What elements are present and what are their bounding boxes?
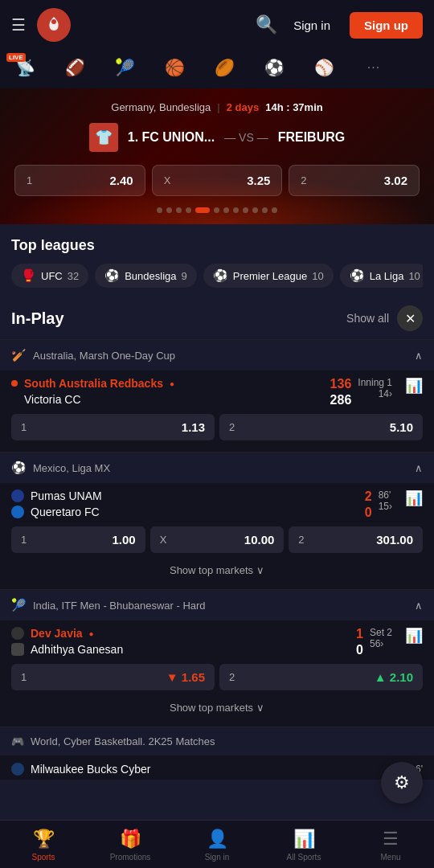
- inplay-close-btn[interactable]: ✕: [397, 305, 423, 331]
- nav-football[interactable]: 🏈: [50, 55, 100, 80]
- tennis-odd-1[interactable]: 1 ▼ 1.65: [11, 664, 215, 690]
- menu-icon[interactable]: ☰: [11, 15, 26, 35]
- tennis-scores: 1 0: [356, 627, 363, 657]
- nav-signin[interactable]: 👤 Sign in: [174, 821, 260, 868]
- laliga-label: La Liga: [370, 270, 404, 282]
- tennis-india-teams: Dev Javia ● Adhithya Ganesan 1 0 Set 2 5…: [11, 627, 423, 657]
- chart-icon[interactable]: 📊: [405, 377, 423, 395]
- team1-shirt: 👕: [89, 123, 118, 152]
- league-premier[interactable]: ⚽ Premier League 10: [203, 264, 334, 288]
- nav-live[interactable]: LIVE 📡: [0, 55, 50, 80]
- signup-button[interactable]: Sign up: [350, 12, 423, 39]
- tennis-chart-icon[interactable]: 📊: [405, 627, 423, 645]
- ufc-label: UFC: [41, 270, 63, 282]
- cyber-icon: 🎮: [11, 735, 24, 747]
- nav-tennis[interactable]: 🎾: [100, 55, 149, 80]
- cricket-score-area: 136 286 Inning 1 14› 📊: [330, 377, 423, 407]
- cricket-inning-info: Inning 1 14›: [358, 377, 392, 399]
- hero-team1: 1. FC UNION...: [128, 130, 215, 145]
- tennis-india-group: 🎾 India, ITF Men - Bhubaneswar - Hard ∧ …: [0, 589, 434, 727]
- svg-point-1: [51, 19, 56, 24]
- more-icon: ···: [362, 56, 385, 79]
- premier-count: 10: [312, 270, 323, 282]
- nav-soccer[interactable]: ⚽: [249, 55, 299, 80]
- tennis-icon: 🎾: [113, 56, 136, 79]
- soccer-show-markets[interactable]: Show top markets ∨: [11, 558, 423, 583]
- nav-all-sports[interactable]: 📊 All Sports: [260, 821, 347, 868]
- show-all-link[interactable]: Show all: [346, 312, 389, 325]
- app-logo: [37, 8, 71, 42]
- app-header: ☰ 🔍 Sign in Sign up: [0, 0, 434, 50]
- tennis-odd-2[interactable]: 2 ▲ 2.10: [219, 664, 423, 690]
- top-leagues-title: Top leagues: [11, 237, 423, 254]
- nav-basketball[interactable]: 🏀: [149, 55, 199, 80]
- cyber-league-name: World, Cyber Basketball. 2K25 Matches: [31, 735, 215, 747]
- cricket-team1-row: South Australia Redbacks ●: [11, 377, 174, 390]
- nav-baseball[interactable]: ⚾: [299, 55, 349, 80]
- cricket-odd-2[interactable]: 2 5.10: [219, 414, 423, 440]
- hero-time-label: 2 days: [227, 101, 259, 113]
- league-ufc[interactable]: 🥊 UFC 32: [11, 264, 88, 288]
- tennis-india-match-row: Dev Javia ● Adhithya Ganesan 1 0 Set 2 5…: [0, 620, 434, 727]
- cricket-score2: 286: [330, 393, 352, 407]
- cricket-group-header[interactable]: 🏏 Australia, Marsh One-Day Cup ∧: [0, 340, 434, 371]
- league-bundesliga[interactable]: ⚽ Bundesliga 9: [95, 264, 197, 288]
- signin-button[interactable]: Sign in: [293, 18, 330, 32]
- soccer-odd1-label: 1: [21, 534, 27, 546]
- cricket-odd-1[interactable]: 1 1.13: [11, 414, 215, 440]
- promotions-nav-label: Promotions: [110, 853, 151, 862]
- bottom-nav: 🏆 Sports 🎁 Promotions 👤 Sign in 📊 All Sp…: [0, 820, 434, 868]
- queretaro-crest: [11, 506, 24, 518]
- nav-rugby[interactable]: 🏉: [199, 55, 249, 80]
- cricket-teams: South Australia Redbacks ● Victoria CC 1…: [11, 377, 423, 407]
- soccer-mx-teams: Pumas UNAM Queretaro FC 2 0 86' 15› 📊: [11, 489, 423, 520]
- hero-odd-x[interactable]: X 3.25: [152, 165, 283, 196]
- inning-label: Inning 1: [358, 377, 392, 388]
- soccer-odd-2[interactable]: 2 301.00: [289, 526, 423, 553]
- cricket-odds: 1 1.13 2 5.10: [11, 414, 423, 440]
- soccer-minute: 86': [379, 489, 392, 501]
- hero-odd1-label: 1: [27, 174, 32, 186]
- soccer-mx-time-info: 86' 15›: [379, 489, 392, 512]
- cricket-odd2-label: 2: [229, 421, 235, 433]
- chevron-down-icon-2: ∨: [256, 702, 264, 714]
- hero-meta: Germany, Bundesliga | 2 days 14h : 37min: [0, 101, 434, 113]
- promotions-nav-icon: 🎁: [120, 829, 141, 850]
- cricket-score1: 136: [330, 377, 352, 391]
- nav-more[interactable]: ···: [349, 55, 399, 80]
- soccer-chart-icon[interactable]: 📊: [405, 489, 423, 507]
- cricket-team2-name: Victoria CC: [24, 393, 81, 406]
- cyber-group-header[interactable]: 🎮 World, Cyber Basketball. 2K25 Matches: [0, 727, 434, 755]
- adhithya-name: Adhithya Ganesan: [31, 643, 123, 656]
- cricket-odd1-label: 1: [21, 421, 27, 433]
- soccer-mx-group: ⚽ Mexico, Liga MX ∧ Pumas UNAM Queretaro…: [0, 452, 434, 589]
- tennis-india-header[interactable]: 🎾 India, ITF Men - Bhubaneswar - Hard ∧: [0, 590, 434, 620]
- soccer-odd-1[interactable]: 1 1.00: [11, 526, 145, 553]
- nav-sports[interactable]: 🏆 Sports: [0, 821, 87, 868]
- pumas-name: Pumas UNAM: [31, 489, 102, 502]
- cricket-odd2-val: 5.10: [390, 420, 413, 434]
- bucks-avatar: [11, 763, 24, 776]
- nav-menu[interactable]: ☰ Menu: [347, 821, 434, 868]
- menu-nav-icon: ☰: [383, 829, 399, 850]
- floating-settings-btn[interactable]: ⚙: [381, 762, 423, 804]
- soccer-mx-score-area: 2 0 86' 15› 📊: [365, 489, 423, 520]
- soccer-mx-header[interactable]: ⚽ Mexico, Liga MX ∧: [0, 452, 434, 483]
- tennis-india-icon: 🎾: [11, 598, 27, 612]
- tennis-set-label: Set 2: [370, 627, 392, 638]
- tennis-score-area: 1 0 Set 2 56› 📊: [356, 627, 423, 657]
- tennis-india-header-left: 🎾 India, ITF Men - Bhubaneswar - Hard: [11, 598, 206, 612]
- cricket-collapse-icon: ∧: [415, 350, 423, 362]
- search-icon[interactable]: 🔍: [256, 14, 277, 35]
- nav-promotions[interactable]: 🎁 Promotions: [87, 821, 174, 868]
- hero-teams: 👕 1. FC UNION... — VS — FREIBURG: [0, 123, 434, 152]
- soccer-odd-x[interactable]: X 10.00: [150, 526, 285, 553]
- signin-nav-label: Sign in: [205, 853, 230, 862]
- tennis-show-markets[interactable]: Show top markets ∨: [11, 695, 423, 720]
- hero-odd-2[interactable]: 2 3.02: [289, 165, 420, 196]
- league-laliga[interactable]: ⚽ La Liga 10: [340, 264, 423, 288]
- hero-odd-1[interactable]: 1 2.40: [14, 165, 145, 196]
- hero-oddx-val: 3.25: [247, 174, 270, 187]
- soccer-mx-collapse: ∧: [415, 462, 423, 474]
- soccer-oddx-label: X: [160, 534, 167, 546]
